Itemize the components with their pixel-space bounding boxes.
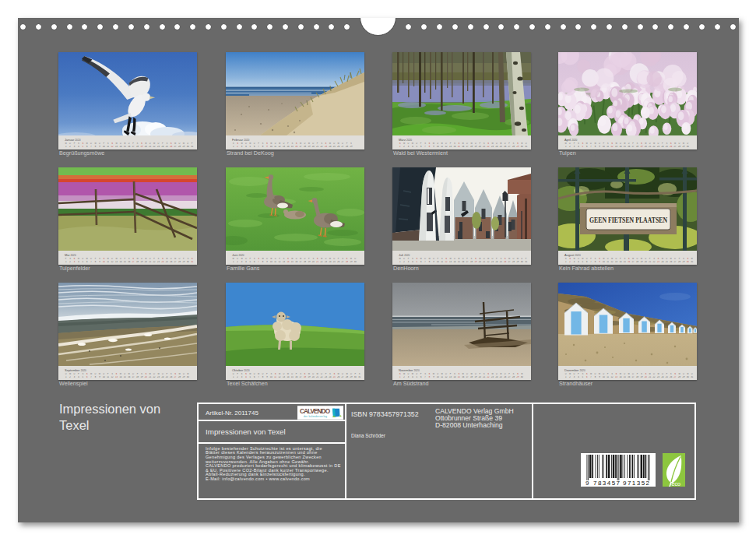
svg-text:783457: 783457 [593,480,621,487]
svg-text:CALVENDO: CALVENDO [300,407,331,414]
svg-text:eco: eco [672,480,681,487]
svg-text:9: 9 [585,480,589,487]
svg-text:der kalenderverlag: der kalenderverlag [304,414,327,417]
svg-text:GEEN FIETSEN PLAATSEN: GEEN FIETSEN PLAATSEN [589,216,667,224]
svg-text:971352: 971352 [623,480,650,487]
